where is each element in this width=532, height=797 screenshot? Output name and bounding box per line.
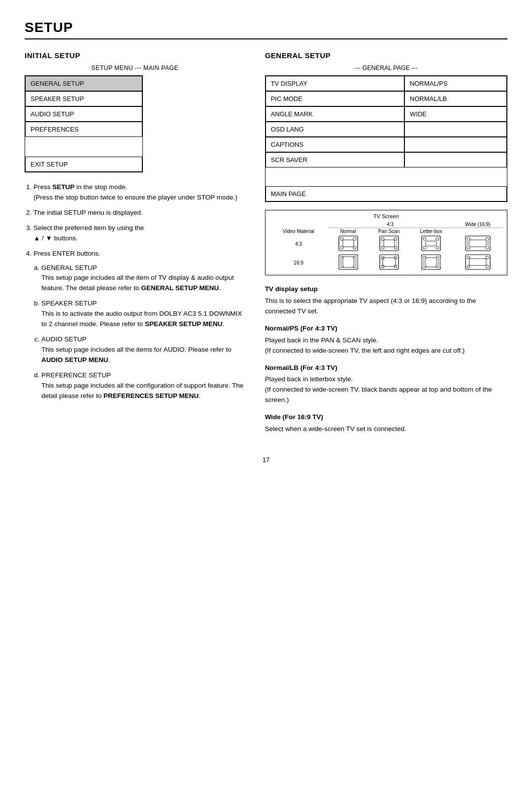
svg-rect-28 bbox=[466, 240, 469, 247]
screen-16-9-letterbox bbox=[410, 253, 453, 272]
desc-normal-lb-title: Normal/LB (For 4:3 TV) bbox=[265, 363, 507, 373]
left-column: INITIAL SETUP SETUP MENU --- MAIN PAGE G… bbox=[25, 51, 245, 406]
cell-captions-right bbox=[404, 137, 507, 152]
menu-label: SETUP MENU --- MAIN PAGE bbox=[25, 65, 245, 71]
desc-tv-display-title: TV display setup bbox=[265, 284, 507, 295]
general-setup-title: GENERAL SETUP bbox=[265, 51, 507, 60]
tv-screen-label: TV Screen bbox=[269, 213, 503, 219]
cell-osd-lang-right bbox=[404, 122, 507, 137]
setup-menu-box: GENERAL SETUP SPEAKER SETUP AUDIO SETUP … bbox=[25, 75, 143, 172]
general-row-4: OSD LANG bbox=[266, 122, 507, 137]
cell-angle-mark[interactable]: ANGLE MARK bbox=[266, 106, 404, 122]
menu-item-audio[interactable]: AUDIO SETUP bbox=[25, 106, 142, 122]
general-menu-box: TV DISPLAY NORMAL/PS PIC MODE NORMAL/LB … bbox=[265, 75, 507, 202]
instruction-3: Select the preferred item by using the▲ … bbox=[33, 223, 245, 244]
screen-4-3-letterbox bbox=[410, 234, 453, 253]
screen-16-9-panscan bbox=[368, 253, 409, 272]
row-4-3-label: 4:3 bbox=[269, 234, 328, 253]
menu-item-speaker[interactable]: SPEAKER SETUP bbox=[25, 91, 142, 106]
svg-rect-6 bbox=[380, 236, 399, 251]
svg-rect-21 bbox=[426, 246, 436, 247]
svg-rect-50 bbox=[422, 258, 426, 267]
cell-scr-saver-right bbox=[404, 152, 507, 167]
instruction-1: Press SETUP in the stop mode. (Press the… bbox=[33, 182, 245, 203]
cell-wide[interactable]: WIDE bbox=[404, 106, 507, 122]
menu-item-preferences[interactable]: PREFERENCES bbox=[25, 122, 142, 137]
screen-4-3-panscan bbox=[368, 234, 409, 253]
cell-pic-mode[interactable]: PIC MODE bbox=[266, 91, 404, 106]
svg-rect-49 bbox=[426, 258, 436, 267]
cell-scr-saver[interactable]: SCR SAVER bbox=[266, 152, 404, 167]
general-row-1: TV DISPLAY NORMAL/PS bbox=[266, 76, 507, 91]
general-page-label: --- GENERAL PAGE --- bbox=[265, 65, 507, 71]
svg-rect-43 bbox=[383, 258, 396, 266]
general-row-3: ANGLE MARK WIDE bbox=[266, 106, 507, 122]
svg-rect-37 bbox=[354, 257, 358, 267]
cell-main-page[interactable]: MAIN PAGE bbox=[266, 186, 507, 201]
svg-rect-29 bbox=[486, 240, 490, 247]
general-row-6: SCR SAVER bbox=[266, 152, 507, 167]
svg-rect-0 bbox=[339, 236, 358, 251]
desc-normal-lb: Normal/LB (For 4:3 TV) Played back in le… bbox=[265, 363, 507, 406]
th-4-3: 4:3 bbox=[328, 221, 453, 228]
instruction-2: The initial SETUP menu is displayed. bbox=[33, 208, 245, 218]
page-number: 17 bbox=[25, 456, 507, 464]
general-spacer bbox=[266, 167, 507, 186]
svg-rect-51 bbox=[436, 258, 440, 267]
desc-wide-title: Wide (For 16:9 TV) bbox=[265, 412, 507, 423]
cell-osd-lang[interactable]: OSD LANG bbox=[266, 122, 404, 137]
cell-tv-display[interactable]: TV DISPLAY bbox=[266, 76, 404, 91]
right-column: GENERAL SETUP --- GENERAL PAGE --- TV DI… bbox=[265, 51, 507, 441]
svg-rect-19 bbox=[426, 241, 436, 246]
svg-rect-52 bbox=[466, 255, 490, 269]
sub-b: SPEAKER SETUP This is to activate the au… bbox=[41, 299, 245, 330]
screen-16-9-normal bbox=[328, 253, 368, 272]
th-vm-label: Video Material bbox=[269, 228, 328, 235]
general-setup-menu-bold: GENERAL SETUP MENU bbox=[141, 284, 219, 292]
desc-tv-display: TV display setup This is to select the a… bbox=[265, 284, 507, 317]
desc-wide-text: Select when a wide-screen TV set is conn… bbox=[265, 424, 507, 434]
tv-screen-table: 4:3 Wide (16:9) Video Material Normal Pa… bbox=[269, 221, 503, 272]
svg-rect-5 bbox=[343, 240, 354, 247]
desc-normal-lb-text: Played back in letterbox style.(If conne… bbox=[265, 374, 507, 405]
svg-rect-35 bbox=[343, 257, 354, 267]
preferences-setup-menu-bold: PREFERENCES SETUP MENU bbox=[103, 392, 199, 399]
general-row-2: PIC MODE NORMAL/LB bbox=[266, 91, 507, 106]
menu-item-exit[interactable]: EXIT SETUP bbox=[25, 157, 142, 172]
screen-4-3-wide16-9 bbox=[453, 234, 503, 253]
descriptions: TV display setup This is to select the a… bbox=[265, 284, 507, 434]
svg-rect-14 bbox=[422, 236, 440, 251]
speaker-setup-menu-bold: SPEAKER SETUP MENU bbox=[145, 320, 222, 328]
th-wide2 bbox=[453, 228, 503, 235]
desc-normal-ps: Normal/PS (For 4:3 TV) Played back in th… bbox=[265, 324, 507, 356]
svg-rect-57 bbox=[469, 259, 486, 266]
audio-setup-menu-bold: AUDIO SETUP MENU bbox=[41, 356, 108, 364]
svg-rect-27 bbox=[469, 240, 486, 247]
svg-rect-11 bbox=[384, 240, 395, 247]
instruction-4: Press ENTER buttons. GENERAL SETUP This … bbox=[33, 249, 245, 401]
sub-c: AUDIO SETUP This setup page includes all… bbox=[41, 334, 245, 365]
setup-bold: SETUP bbox=[52, 183, 74, 191]
page-title: SETUP bbox=[25, 20, 507, 39]
screen-16-9-wide bbox=[453, 253, 503, 272]
tv-diagram: TV Screen 4:3 Wide (16:9) Video Material… bbox=[265, 210, 507, 275]
th-normal: Normal bbox=[328, 228, 368, 235]
initial-setup-title: INITIAL SETUP bbox=[25, 51, 245, 60]
general-row-5: CAPTIONS bbox=[266, 137, 507, 152]
general-row-main: MAIN PAGE bbox=[266, 186, 507, 201]
desc-normal-ps-text: Played back in the PAN & SCAN style.(If … bbox=[265, 335, 507, 356]
svg-rect-36 bbox=[339, 257, 343, 267]
cell-captions[interactable]: CAPTIONS bbox=[266, 137, 404, 152]
sub-a: GENERAL SETUP This setup page includes a… bbox=[41, 263, 245, 294]
th-panscan: Pan Scan bbox=[368, 228, 409, 235]
svg-rect-20 bbox=[426, 240, 436, 241]
screen-4-3-normal bbox=[328, 234, 368, 253]
sub-d: PREFERENCE SETUP This setup page include… bbox=[41, 370, 245, 401]
menu-item-general[interactable]: GENERAL SETUP bbox=[25, 76, 142, 91]
cell-normal-ps[interactable]: NORMAL/PS bbox=[404, 76, 507, 91]
th-video-material bbox=[269, 221, 328, 228]
cell-normal-lb[interactable]: NORMAL/LB bbox=[404, 91, 507, 106]
th-wide: Wide (16:9) bbox=[453, 221, 503, 228]
desc-tv-display-text: This is to select the appropriate TV asp… bbox=[265, 296, 507, 317]
instructions: Press SETUP in the stop mode. (Press the… bbox=[25, 182, 245, 401]
